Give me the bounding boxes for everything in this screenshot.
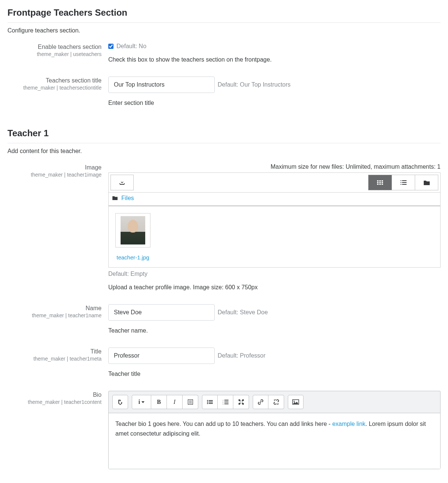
toolbar-bold-button[interactable]: B <box>151 395 167 409</box>
caret-down-icon <box>141 401 144 403</box>
svg-rect-28 <box>224 402 228 402</box>
editor-content-area[interactable]: Teacher bio 1 goes here. You can add up … <box>109 413 440 469</box>
file-max-text: Maximum size for new files: Unlimited, m… <box>108 163 441 170</box>
svg-rect-12 <box>402 182 407 183</box>
svg-rect-8 <box>382 184 383 185</box>
teacher-name-input[interactable] <box>108 304 215 321</box>
svg-point-19 <box>207 400 208 401</box>
bio-text-pre: Teacher bio 1 goes here. You can add up … <box>115 421 332 427</box>
svg-point-32 <box>294 401 295 402</box>
svg-text:2: 2 <box>223 401 224 403</box>
toolbar-unlink-button[interactable] <box>268 395 284 409</box>
section-desc-teacher1: Add content for this teacher. <box>7 148 441 155</box>
svg-point-23 <box>207 403 208 404</box>
svg-rect-15 <box>188 400 193 405</box>
toggle-icon <box>118 399 123 405</box>
enable-teachers-label: Enable teachers section <box>7 44 102 50</box>
teacher-name-default: Default: Steve Doe <box>218 309 268 316</box>
file-picker: Files teacher-1.jpg <box>108 172 441 268</box>
svg-rect-31 <box>293 400 299 405</box>
file-thumbnail[interactable]: teacher-1.jpg <box>115 213 150 261</box>
teacher-title-default: Default: Professor <box>218 352 265 359</box>
svg-rect-24 <box>209 403 213 404</box>
more-grid-icon <box>188 399 193 405</box>
toolbar-fullscreen-button[interactable] <box>233 395 249 409</box>
svg-rect-14 <box>402 184 407 185</box>
bold-icon: B <box>157 399 161 405</box>
list-icon <box>401 180 407 185</box>
toolbar-grid-button[interactable] <box>183 395 198 409</box>
folder-icon <box>424 180 430 185</box>
svg-text:3: 3 <box>223 403 224 405</box>
expand-icon <box>239 399 244 405</box>
svg-rect-10 <box>402 180 407 181</box>
toolbar-expand-button[interactable] <box>112 395 128 409</box>
enable-teachers-help: Check this box to show the teachers sect… <box>108 56 441 63</box>
section-desc-frontpage: Configure teachers section. <box>7 27 441 34</box>
teacher-name-key: theme_maker | teacher1name <box>7 312 102 318</box>
toolbar-paragraph-button[interactable]: i <box>132 395 151 409</box>
teacher-image-label: Image <box>7 164 102 171</box>
teacher-title-input[interactable] <box>108 348 215 364</box>
svg-rect-4 <box>379 182 381 183</box>
teacher-bio-label: Bio <box>7 392 102 398</box>
toolbar-ol-button[interactable]: 123 <box>218 395 233 409</box>
bio-example-link[interactable]: example link <box>332 421 365 427</box>
svg-rect-9 <box>401 180 401 181</box>
image-default: Default: Empty <box>108 271 441 277</box>
svg-rect-1 <box>379 180 381 181</box>
svg-rect-2 <box>382 180 383 181</box>
link-icon <box>258 399 264 405</box>
info-icon: i <box>139 399 140 405</box>
grid-icon <box>377 180 383 185</box>
toolbar-italic-button[interactable]: I <box>167 395 183 409</box>
file-name-link[interactable]: teacher-1.jpg <box>115 254 150 261</box>
unlink-icon <box>273 399 279 405</box>
ul-icon <box>207 400 213 404</box>
image-icon <box>292 399 299 405</box>
toolbar-link-button[interactable] <box>253 395 268 409</box>
view-tree-button[interactable] <box>415 175 438 190</box>
svg-rect-22 <box>209 402 213 402</box>
teachers-title-input[interactable] <box>108 77 215 93</box>
teachers-title-default: Default: Our Top Instructors <box>218 81 290 88</box>
teacher-title-label: Title <box>7 348 102 355</box>
teacher-image-key: theme_maker | teacher1image <box>7 172 102 178</box>
teacher-name-label: Name <box>7 305 102 312</box>
breadcrumb-files-link[interactable]: Files <box>121 195 134 202</box>
toolbar-image-button[interactable] <box>288 395 304 409</box>
ol-icon: 123 <box>223 399 228 405</box>
svg-rect-3 <box>377 182 379 183</box>
enable-teachers-default: Default: No <box>116 43 146 50</box>
view-toggle-group <box>368 175 438 190</box>
svg-point-21 <box>207 402 208 403</box>
teacher-bio-key: theme_maker | teacher1content <box>7 399 102 405</box>
breadcrumb-folder-icon <box>112 195 118 201</box>
svg-rect-0 <box>377 180 379 181</box>
svg-text:1: 1 <box>223 399 224 401</box>
svg-rect-20 <box>209 400 213 401</box>
section-heading-teacher1: Teacher 1 <box>7 128 441 143</box>
teachers-title-key: theme_maker | teachersectiontitle <box>7 85 102 91</box>
teachers-title-help: Enter section title <box>108 100 441 106</box>
svg-rect-30 <box>224 403 228 404</box>
svg-rect-6 <box>377 184 379 185</box>
enable-teachers-checkbox[interactable] <box>108 44 113 49</box>
teacher-title-help: Teacher title <box>108 371 441 377</box>
toolbar-ul-button[interactable] <box>202 395 218 409</box>
svg-rect-26 <box>224 400 228 401</box>
teacher-title-key: theme_maker | teacher1meta <box>7 356 102 362</box>
svg-rect-5 <box>382 182 383 183</box>
rich-text-editor: i B I 123 <box>108 391 441 469</box>
teacher-name-help: Teacher name. <box>108 327 441 334</box>
svg-rect-7 <box>379 184 381 185</box>
view-grid-button[interactable] <box>368 175 392 190</box>
add-file-button[interactable] <box>111 175 134 190</box>
download-icon <box>119 180 125 186</box>
teacher-image-preview <box>121 216 145 244</box>
enable-teachers-key: theme_maker | useteachers <box>7 51 102 57</box>
svg-rect-13 <box>401 184 401 185</box>
italic-icon: I <box>174 399 175 405</box>
image-help: Upload a teacher profile image. Image si… <box>108 284 441 291</box>
view-list-button[interactable] <box>392 175 415 190</box>
